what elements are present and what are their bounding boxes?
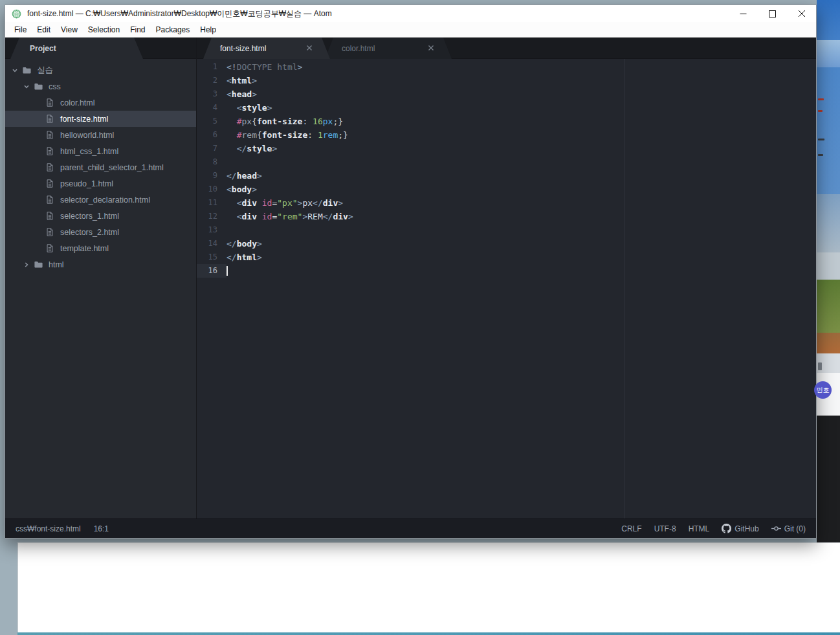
close-button[interactable]	[787, 5, 816, 22]
line-number[interactable]: 12	[197, 210, 227, 223]
code-line: 4 <style>	[197, 101, 816, 115]
menu-item-selection[interactable]: Selection	[83, 25, 125, 34]
background-artifact	[818, 362, 822, 370]
line-number[interactable]: 11	[197, 196, 227, 210]
tree-item-label: html	[49, 260, 64, 269]
tree-item-label: selector_declaration.html	[60, 195, 150, 205]
menu-item-packages[interactable]: Packages	[151, 25, 195, 34]
status-utf-8[interactable]: UTF-8	[654, 524, 676, 533]
tree-item-실습[interactable]: 실습	[5, 62, 196, 78]
title-bar[interactable]: font-size.html — C:₩Users₩Administrator₩…	[5, 5, 816, 22]
menu-item-find[interactable]: Find	[125, 25, 150, 34]
line-number[interactable]: 13	[197, 223, 227, 237]
status-file-path[interactable]: css₩font-size.html	[16, 524, 81, 533]
menu-item-help[interactable]: Help	[195, 25, 221, 34]
file-tree: 실습csscolor.htmlfont-size.htmlhelloworld.…	[5, 59, 196, 273]
code-line: 3<head>	[197, 87, 816, 101]
line-number[interactable]: 15	[197, 251, 227, 264]
project-tab[interactable]: Project	[10, 38, 143, 59]
tab-bar: font-size.htmlcolor.html	[197, 38, 816, 59]
status-git-0-[interactable]: Git (0)	[771, 524, 806, 533]
status-github[interactable]: GitHub	[722, 524, 758, 533]
code-text: #px{font-size: 16px;}	[227, 115, 343, 128]
line-number[interactable]: 14	[197, 237, 227, 251]
code-text: <head>	[227, 87, 257, 101]
menu-item-file[interactable]: File	[9, 25, 32, 34]
file-icon	[45, 114, 56, 124]
tree-item-label: template.html	[60, 244, 109, 253]
line-number[interactable]: 9	[197, 169, 227, 183]
line-number[interactable]: 4	[197, 101, 227, 115]
status-left: css₩font-size.html16:1	[16, 524, 109, 533]
menu-item-view[interactable]: View	[56, 25, 83, 34]
tree-item-html_css_1.html[interactable]: html_css_1.html	[5, 143, 196, 159]
profile-badge[interactable]: 민호	[814, 381, 832, 399]
code-line: 14</body>	[197, 237, 816, 251]
minimize-button[interactable]	[729, 5, 758, 22]
tree-item-color.html[interactable]: color.html	[5, 95, 196, 111]
code-line: 11 <div id="px">px</div>	[197, 196, 816, 210]
line-number[interactable]: 6	[197, 128, 227, 142]
tree-item-selectors_1.html[interactable]: selectors_1.html	[5, 208, 196, 224]
folder-icon	[34, 260, 44, 270]
tree-item-template.html[interactable]: template.html	[5, 240, 196, 256]
line-number[interactable]: 8	[197, 155, 227, 169]
tree-item-selector_declaration.html[interactable]: selector_declaration.html	[5, 192, 196, 208]
tab-color.html[interactable]: color.html	[325, 38, 452, 59]
window-title: font-size.html — C:₩Users₩Administrator₩…	[27, 8, 332, 19]
code-editor[interactable]: 1<!DOCTYPE html>2<html>3<head>4 <style>5…	[197, 59, 816, 518]
menu-bar: FileEditViewSelectionFindPackagesHelp	[5, 22, 816, 38]
line-number[interactable]: 3	[197, 87, 227, 101]
line-number[interactable]: 5	[197, 115, 227, 128]
maximize-button[interactable]	[758, 5, 787, 22]
wallpaper-band	[817, 333, 840, 353]
status-cursor-position[interactable]: 16:1	[94, 524, 109, 533]
folder-icon	[22, 65, 32, 76]
status-item-label: GitHub	[735, 524, 758, 533]
tree-item-html[interactable]: html	[5, 256, 196, 273]
code-text: </head>	[227, 169, 262, 183]
tree-item-selectors_2.html[interactable]: selectors_2.html	[5, 224, 196, 240]
line-number[interactable]: 16	[197, 264, 227, 278]
status-item-label: Git (0)	[784, 524, 806, 533]
close-tab-icon[interactable]	[427, 44, 436, 53]
close-tab-icon[interactable]	[305, 44, 315, 53]
background-artifact	[818, 154, 823, 156]
git-commit-icon	[771, 524, 781, 533]
editor-pane: font-size.htmlcolor.html 1<!DOCTYPE html…	[197, 38, 816, 518]
file-icon	[45, 162, 56, 173]
background-window[interactable]	[17, 542, 840, 632]
project-tab-label: Project	[30, 44, 56, 53]
status-crlf[interactable]: CRLF	[621, 524, 641, 533]
tree-item-font-size.html[interactable]: font-size.html	[5, 111, 196, 127]
code-line: 9</head>	[197, 169, 816, 183]
status-html[interactable]: HTML	[689, 524, 710, 533]
tree-item-label: 실습	[37, 65, 53, 76]
code-text: #rem{font-size: 1rem;}	[227, 128, 348, 142]
tree-item-css[interactable]: css	[5, 78, 196, 95]
code-line: 2<html>	[197, 74, 816, 87]
line-number[interactable]: 10	[197, 183, 227, 196]
atom-window: font-size.html — C:₩Users₩Administrator₩…	[5, 5, 817, 539]
tab-font-size.html[interactable]: font-size.html	[203, 38, 330, 59]
menu-item-edit[interactable]: Edit	[32, 25, 56, 34]
code-line: 8	[197, 155, 816, 169]
line-number[interactable]: 2	[197, 74, 227, 87]
line-number[interactable]: 1	[197, 60, 227, 74]
code-text: <div id="rem">REM</div>	[227, 210, 353, 223]
tree-item-label: pseudo_1.html	[60, 179, 113, 188]
tree-item-parent_child_selector_1.html[interactable]: parent_child_selector_1.html	[5, 159, 196, 175]
dock-header: Project	[5, 38, 196, 59]
file-icon	[45, 227, 56, 238]
code-text: <style>	[227, 101, 272, 115]
tree-item-label: color.html	[60, 98, 95, 107]
code-line: 1<!DOCTYPE html>	[197, 60, 816, 74]
status-item-label: CRLF	[621, 524, 641, 533]
tree-item-helloworld.html[interactable]: helloworld.html	[5, 127, 196, 143]
code-text: <html>	[227, 74, 257, 87]
line-number[interactable]: 7	[197, 142, 227, 155]
tree-item-pseudo_1.html[interactable]: pseudo_1.html	[5, 175, 196, 192]
code-line: 16	[197, 264, 816, 278]
main-area: Project 실습csscolor.htmlfont-size.htmlhel…	[5, 38, 816, 518]
wallpaper-band	[817, 40, 840, 67]
